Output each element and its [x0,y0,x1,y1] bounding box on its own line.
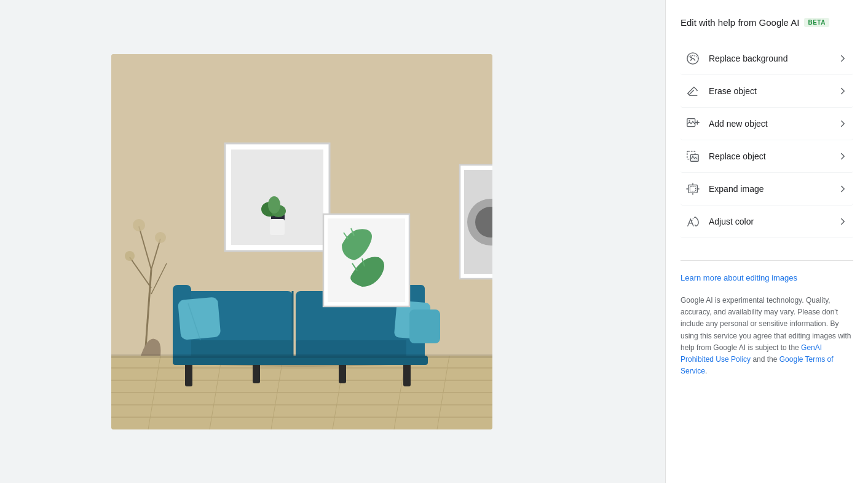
svg-point-61 [692,156,693,157]
svg-point-58 [688,120,690,121]
main-content [0,0,665,483]
add-new-object-item[interactable]: Add new object [681,108,853,140]
expand-image-item[interactable]: Expand image [681,173,853,206]
replace-object-item[interactable]: Replace object [681,140,853,173]
erase-object-label: Erase object [709,86,837,96]
svg-point-50 [155,232,166,243]
disclaimer-text: Google AI is experimental technology. Qu… [681,295,853,377]
room-image [111,54,492,429]
svg-rect-27 [339,362,346,383]
replace-background-item[interactable]: Replace background [681,42,853,75]
svg-rect-24 [409,309,440,343]
adjust-color-label: Adjust color [709,217,837,226]
svg-point-54 [690,57,692,58]
replace-background-chevron [837,53,848,64]
add-new-object-chevron [837,118,848,129]
svg-rect-52 [111,354,492,358]
adjust-color-item[interactable]: Adjust color [681,206,853,238]
svg-point-49 [133,219,145,231]
replace-object-chevron [837,151,848,162]
replace-object-icon [685,149,700,164]
replace-background-label: Replace background [709,54,837,63]
sidebar-header: Edit with help from Google AI BETA [681,17,853,28]
image-container [111,54,554,429]
erase-object-chevron [837,86,848,97]
replace-bg-icon [685,51,700,66]
svg-point-51 [125,251,135,261]
erase-object-item[interactable]: Erase object [681,75,853,108]
svg-rect-36 [270,219,285,235]
room-illustration [111,54,492,429]
menu-items: Replace background Erase object [681,42,853,238]
expand-image-label: Expand image [709,184,837,194]
replace-object-label: Replace object [709,151,837,161]
divider [681,260,853,261]
svg-rect-26 [253,362,260,383]
learn-more-link[interactable]: Learn more about editing images [681,271,853,285]
svg-rect-28 [403,362,411,386]
svg-rect-25 [185,362,192,386]
expand-icon [685,182,700,196]
disclaimer-before: Google AI is experimental technology. Qu… [681,296,851,352]
disclaimer-middle: and the [751,355,779,364]
sidebar-title: Edit with help from Google AI [681,17,799,28]
adjust-color-icon [685,214,700,229]
add-object-icon [685,116,700,131]
expand-image-chevron [837,183,848,194]
disclaimer-after: . [705,367,707,375]
sidebar: Edit with help from Google AI BETA Repla… [665,0,868,483]
beta-badge: BETA [804,18,829,27]
adjust-color-chevron [837,216,848,227]
add-new-object-label: Add new object [709,119,837,129]
erase-icon [685,84,700,98]
svg-rect-21 [178,297,221,340]
svg-point-35 [268,196,280,214]
svg-rect-63 [690,186,695,191]
